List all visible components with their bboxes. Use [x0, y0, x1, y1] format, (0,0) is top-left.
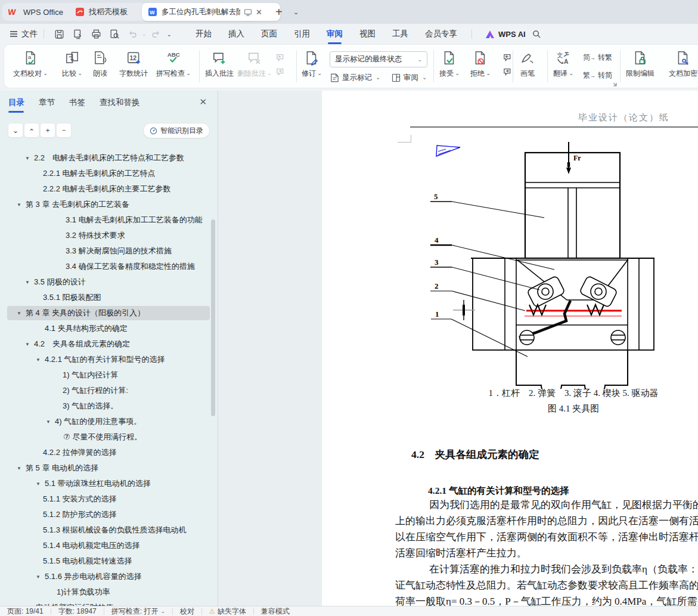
toc-item[interactable]: ▼ 第 5 章 电动机的选择: [0, 460, 218, 476]
toc-item[interactable]: ▼ 第 3 章 去毛刺机床的工艺装备: [0, 197, 218, 212]
smart-toc-button[interactable]: 智能识别目录: [143, 123, 210, 138]
toc-collapse-arrow-icon[interactable]: ▼: [17, 202, 26, 208]
toc-item[interactable]: ▼ 3.1 电解去毛刺机床加工工艺装备的功能: [0, 212, 218, 228]
save-icon[interactable]: [54, 29, 65, 40]
proofread-button[interactable]: 校对: [180, 606, 194, 616]
menu-item[interactable]: 审阅: [318, 25, 351, 43]
track-changes-button[interactable]: 修订: [302, 48, 322, 85]
sidebar-tab[interactable]: 目录: [8, 97, 24, 113]
toc-item[interactable]: ▼ 1)计算负载功率: [0, 584, 218, 600]
collapse-prev-button[interactable]: ⌄: [24, 123, 39, 138]
toc-item[interactable]: ▼ 3.2 特殊技术要求: [0, 228, 218, 243]
tab-list-chevron-icon[interactable]: ⌄: [293, 8, 299, 16]
doc-text-line[interactable]: 活塞回缩时活塞杆产生拉力。: [395, 545, 698, 561]
sub-heading[interactable]: 4.2.1 气缸的有关计算和型号的选择: [428, 485, 569, 497]
word-count-indicator[interactable]: 字数: 18947: [58, 606, 97, 616]
toc-collapse-arrow-icon[interactable]: ▼: [36, 481, 45, 487]
traditional-to-simplified-button[interactable]: 繁→ 转简: [583, 70, 612, 81]
word-count-button[interactable]: 12 字数统计: [119, 48, 148, 85]
page-indicator[interactable]: 页面: 19/41: [7, 606, 44, 616]
toc-item[interactable]: ▼ 2.2.1 电解去毛刺机床的工艺特点: [0, 166, 218, 181]
menu-item[interactable]: 开始: [187, 25, 220, 43]
tab-wps-office[interactable]: W WPS Office: [2, 3, 77, 21]
markup-state-select[interactable]: 显示标记的最终状态 ⌄: [330, 51, 427, 67]
insert-comment-button[interactable]: 插入批注: [205, 48, 234, 85]
screen-share-icon[interactable]: [244, 8, 252, 16]
export-pdf-icon[interactable]: [72, 29, 83, 40]
menu-item[interactable]: 视图: [351, 25, 384, 43]
toc-item[interactable]: ▼ 5.1.3 根据机械设备的负载性质选择电动机: [0, 522, 218, 538]
toc-item[interactable]: ▼ 第 4 章 夹具的设计（阳极的引入）: [0, 305, 218, 321]
doc-text-line[interactable]: 荷率一般取η= 0.3－0.5，P－气缸工作压力，约为 0.4MPa，气缸所需: [395, 593, 698, 606]
toc-collapse-arrow-icon[interactable]: ▼: [25, 342, 34, 347]
toc-item[interactable]: ▼ 4.2.1 气缸的有关计算和型号的选择: [0, 352, 218, 367]
sidebar-tab[interactable]: 书签: [69, 97, 85, 113]
toc-collapse-arrow-icon[interactable]: ▼: [46, 419, 55, 425]
toc-item[interactable]: ▼ 3) 气缸的选择。: [0, 398, 218, 414]
compat-mode-indicator[interactable]: 兼容模式: [261, 606, 290, 616]
search-icon[interactable]: [532, 29, 542, 39]
toc-item[interactable]: ▼ 4.2 夹具各组成元素的确定: [0, 336, 218, 352]
close-tab-icon[interactable]: ✕: [256, 8, 262, 17]
document-proof-button[interactable]: a 文档校对: [13, 48, 48, 85]
toc-collapse-arrow-icon[interactable]: ▼: [17, 466, 26, 471]
doc-text-line[interactable]: 证气缸动态特性及总阻力。若气缸动态参数要求较高且工作频率高的: [395, 577, 698, 593]
reject-revision-button[interactable]: 拒绝: [470, 48, 491, 85]
toc-item[interactable]: ▼ 5.1.5 电动机额定转速选择: [0, 553, 218, 569]
read-aloud-button[interactable]: 朗读: [92, 48, 108, 85]
collapse-all-button[interactable]: －: [56, 123, 72, 138]
expand-next-button[interactable]: ⌄: [8, 123, 23, 138]
toc-collapse-arrow-icon[interactable]: ▼: [25, 156, 34, 161]
new-tab-button[interactable]: +: [275, 5, 283, 19]
toc-item[interactable]: ▼ 2) 气缸行程的计算:: [0, 383, 218, 398]
simplified-to-traditional-button[interactable]: 简→ 转繁: [583, 52, 612, 63]
menu-item[interactable]: 会员专享: [417, 25, 466, 43]
figure-fixture-diagram[interactable]: Fr: [411, 141, 698, 389]
doc-text-line[interactable]: 在计算活塞的推力和拉力时我们会涉及到负载率η（负载率：主要: [395, 561, 698, 577]
toc-item[interactable]: ▼ 电动机额定运行时的值: [0, 600, 218, 606]
ink-pen-button[interactable]: 画笔: [520, 48, 535, 85]
toc-item[interactable]: ▼ 5.1 带动滚珠丝杠电动机的选择: [0, 476, 218, 491]
toc-item[interactable]: ▼ 5.1.6 异步电动机容量的选择: [0, 569, 218, 584]
menu-item[interactable]: 引用: [286, 25, 318, 43]
toc-item[interactable]: ▼ ⑦ 尽量不使用满行程。: [0, 429, 218, 445]
section-heading[interactable]: 4.2 夹具各组成元素的确定: [411, 447, 539, 462]
toc-item[interactable]: ▼ 3.3 解决耐腐蚀问题的技术措施: [0, 243, 218, 259]
print-preview-icon[interactable]: [109, 29, 120, 40]
doc-text-line[interactable]: 因为我们选用的是最常见的双向作用气缸，见图根据力平衡的原: [395, 497, 698, 513]
expand-group-icon[interactable]: [612, 81, 617, 86]
spell-check-indicator[interactable]: 拼写检查: 打开⌄: [111, 606, 165, 616]
toc-item[interactable]: ▼ 4.2.2 拉伸弹簧的选择: [0, 445, 218, 460]
missing-font-warning[interactable]: ⚠缺失字体: [209, 606, 246, 616]
toc-item[interactable]: ▼ 3.5.1 阳极装配图: [0, 290, 218, 305]
toc-item[interactable]: ▼ 1) 气缸内径计算: [0, 367, 218, 383]
toolbar-chevron-icon[interactable]: ⌄: [167, 31, 172, 38]
doc-text-line[interactable]: 以在压缩空气作用下，活塞两侧的有效面积不等，活塞伸出时活塞杆产: [395, 529, 698, 545]
toc-item[interactable]: ▼ 5.1.4 电动机额定电压的选择: [0, 538, 218, 553]
accept-revision-button[interactable]: 接受: [439, 48, 460, 85]
menu-item[interactable]: 工具: [384, 25, 417, 43]
toc-collapse-arrow-icon[interactable]: ▼: [36, 357, 45, 363]
show-markup-button[interactable]: 显示标记: [330, 73, 380, 83]
toc-item[interactable]: ▼ 3.4 确保工艺装备精度和稳定性的措施: [0, 259, 218, 274]
toc-collapse-arrow-icon[interactable]: ▼: [36, 574, 45, 580]
tab-docer-templates[interactable]: 找稻壳模板: [69, 3, 150, 21]
compare-button[interactable]: 比较: [62, 48, 82, 85]
toc-item[interactable]: ▼ 2.2 电解去毛刺机床的工艺特点和工艺参数: [0, 150, 218, 166]
previous-revision-icon[interactable]: [502, 52, 513, 63]
spell-check-button[interactable]: ABC 拼写检查: [156, 48, 191, 85]
sidebar-tab[interactable]: 查找和替换: [100, 97, 140, 113]
toc-collapse-arrow-icon[interactable]: ▼: [25, 280, 34, 285]
toc-item[interactable]: ▼ 5.1.2 防护形式的选择: [0, 507, 218, 522]
wps-ai-button[interactable]: WPS AI: [485, 30, 526, 39]
toc-collapse-arrow-icon[interactable]: ▼: [17, 311, 26, 316]
next-revision-icon[interactable]: [502, 67, 513, 77]
toc-item[interactable]: ▼ 4.1 夹具结构形式的确定: [0, 321, 218, 336]
toc-item[interactable]: ▼ 3.5 阴极的设计: [0, 274, 218, 290]
toc-scrollbar[interactable]: [211, 219, 215, 416]
toc-item[interactable]: ▼ 5.1.1 安装方式的选择: [0, 491, 218, 507]
menu-item[interactable]: 插入: [220, 25, 253, 43]
toc-item[interactable]: ▼ 4) 气缸的使用注意事项。: [0, 414, 218, 429]
restrict-editing-button[interactable]: 限制编辑: [626, 48, 654, 85]
tab-document-active[interactable]: W 多工位内孔毛刺电解去除机床机 ✕: [142, 3, 280, 21]
